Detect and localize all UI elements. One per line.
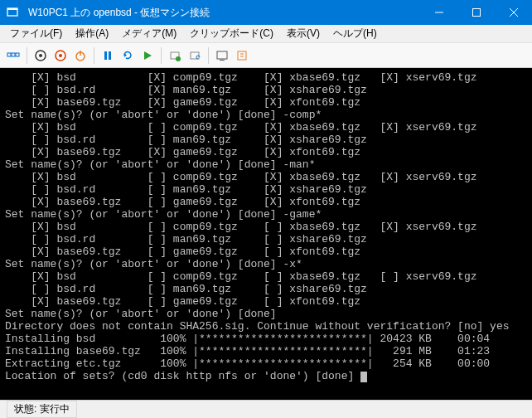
- svg-marker-18: [144, 51, 152, 60]
- term-line: Set name(s)? (or 'abort' or 'done') [don…: [5, 158, 315, 171]
- svg-rect-1: [7, 8, 17, 10]
- term-line: [X] bsd [ ] comp69.tgz [ ] xbase69.tgz […: [5, 221, 477, 233]
- pause-button[interactable]: [99, 47, 116, 64]
- svg-rect-7: [12, 53, 15, 56]
- term-line: Extracting etc.tgz 100% |***************…: [5, 357, 490, 370]
- terminal-cursor: [360, 372, 367, 382]
- menu-view[interactable]: 表示(V): [280, 25, 326, 42]
- term-line: Installing bsd 100% |*******************…: [5, 333, 490, 345]
- status-cell: 状態: 実行中: [7, 401, 77, 418]
- menu-clipboard[interactable]: クリップボード(C): [183, 25, 280, 42]
- status-value: 実行中: [40, 403, 70, 415]
- share-button[interactable]: [234, 47, 250, 64]
- menu-bar: ファイル(F) 操作(A) メディア(M) クリップボード(C) 表示(V) ヘ…: [0, 25, 532, 43]
- term-line: [X] bsd [X] comp69.tgz [X] xbase69.tgz […: [5, 71, 477, 84]
- svg-rect-16: [109, 51, 111, 60]
- checkpoint-button[interactable]: [167, 47, 183, 64]
- window-icon: [0, 6, 25, 19]
- term-line: [ ] bsd.rd [X] man69.tgz [X] xshare69.tg…: [5, 84, 367, 96]
- enhanced-session-button[interactable]: [214, 47, 230, 64]
- menu-action[interactable]: 操作(A): [69, 25, 115, 42]
- svg-marker-17: [124, 53, 127, 57]
- svg-rect-22: [217, 51, 227, 59]
- menu-media[interactable]: メディア(M): [115, 25, 183, 42]
- status-bar: 状態: 実行中: [0, 400, 532, 418]
- toolbar-separator: [161, 47, 162, 64]
- svg-rect-6: [7, 53, 11, 56]
- svg-rect-15: [104, 51, 107, 60]
- toolbar-separator: [27, 47, 27, 64]
- menu-help[interactable]: ヘルプ(H): [326, 25, 384, 42]
- play-button[interactable]: [139, 47, 156, 64]
- maximize-button[interactable]: [457, 0, 495, 25]
- term-line: Set name(s)? (or 'abort' or 'done') [don…: [5, 258, 302, 270]
- term-line: [X] base69.tgz [ ] game69.tgz [ ] xfont6…: [5, 295, 360, 308]
- minimize-button[interactable]: [420, 0, 457, 25]
- term-line: Installing base69.tgz 100% |************…: [5, 345, 490, 357]
- svg-rect-23: [220, 60, 225, 61]
- revert-button[interactable]: [186, 47, 203, 64]
- turn-off-button[interactable]: [52, 47, 69, 64]
- svg-rect-24: [238, 51, 246, 60]
- term-line: [X] bsd [ ] comp69.tgz [ ] xbase69.tgz […: [5, 270, 477, 283]
- title-bar: W10PC1 上の openbsd - 仮想マシン接続: [0, 0, 532, 25]
- term-line: [ ] bsd.rd [ ] man69.tgz [X] xshare69.tg…: [5, 183, 367, 196]
- svg-point-12: [59, 54, 62, 57]
- terminal-output[interactable]: [X] bsd [X] comp69.tgz [X] xbase69.tgz […: [0, 68, 532, 400]
- close-button[interactable]: [495, 0, 532, 25]
- term-line: [ ] bsd.rd [ ] man69.tgz [ ] xshare69.tg…: [5, 283, 367, 295]
- toolbar: [0, 43, 532, 68]
- svg-rect-8: [16, 53, 19, 56]
- term-line: [X] bsd [ ] comp69.tgz [X] xbase69.tgz […: [5, 121, 477, 134]
- term-line: Directory does not contain SHA256.sig. C…: [5, 320, 510, 333]
- term-line: [X] base69.tgz [ ] game69.tgz [X] xfont6…: [5, 196, 360, 208]
- toolbar-separator: [208, 47, 209, 64]
- term-line: Location of sets? (cd0 disk http nfs or …: [5, 370, 360, 382]
- ctrl-alt-del-button[interactable]: [5, 47, 22, 64]
- status-label: 状態: [14, 403, 34, 415]
- term-line: [X] base69.tgz [X] game69.tgz [X] xfont6…: [5, 96, 360, 109]
- start-button[interactable]: [32, 47, 49, 64]
- toolbar-separator: [94, 47, 94, 64]
- svg-point-20: [176, 56, 181, 61]
- term-line: [ ] bsd.rd [ ] man69.tgz [X] xshare69.tg…: [5, 134, 367, 146]
- term-line: Set name(s)? (or 'abort' or 'done') [don…: [5, 109, 322, 121]
- reset-button[interactable]: [119, 47, 136, 64]
- menu-file[interactable]: ファイル(F): [3, 25, 69, 42]
- svg-point-10: [39, 54, 42, 57]
- window-title: W10PC1 上の openbsd - 仮想マシン接続: [25, 6, 420, 20]
- term-line: Set name(s)? (or 'abort' or 'done') [don…: [5, 308, 277, 320]
- shutdown-button[interactable]: [72, 47, 89, 64]
- term-line: Set name(s)? (or 'abort' or 'done') [don…: [5, 208, 322, 221]
- term-line: [ ] bsd.rd [ ] man69.tgz [ ] xshare69.tg…: [5, 233, 367, 245]
- svg-rect-3: [472, 9, 480, 17]
- term-line: [X] base69.tgz [ ] game69.tgz [ ] xfont6…: [5, 245, 360, 258]
- term-line: [X] bsd [ ] comp69.tgz [X] xbase69.tgz […: [5, 171, 477, 183]
- term-line: [X] base69.tgz [X] game69.tgz [X] xfont6…: [5, 146, 360, 158]
